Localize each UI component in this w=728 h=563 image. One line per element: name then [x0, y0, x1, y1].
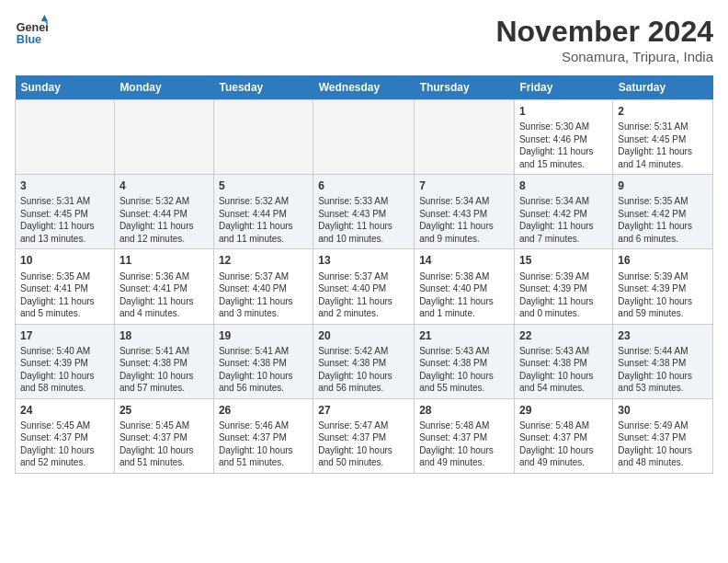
calendar-cell: 12Sunrise: 5:37 AM Sunset: 4:40 PM Dayli…: [213, 249, 313, 324]
day-number: 3: [20, 178, 109, 193]
day-number: 22: [519, 328, 608, 343]
day-info: Sunrise: 5:34 AM Sunset: 4:42 PM Dayligh…: [519, 195, 608, 245]
day-info: Sunrise: 5:48 AM Sunset: 4:37 PM Dayligh…: [519, 419, 608, 469]
day-number: 12: [219, 253, 308, 268]
day-info: Sunrise: 5:31 AM Sunset: 4:45 PM Dayligh…: [618, 121, 708, 170]
day-number: 27: [318, 403, 409, 418]
column-header-tuesday: Tuesday: [213, 75, 313, 100]
day-number: 13: [318, 253, 409, 268]
day-number: 8: [519, 178, 608, 193]
calendar-cell: 25Sunrise: 5:45 AM Sunset: 4:37 PM Dayli…: [114, 398, 213, 473]
logo: General Blue: [15, 15, 48, 48]
day-number: 17: [20, 328, 109, 343]
calendar-cell: [313, 100, 415, 175]
calendar-cell: [415, 100, 515, 175]
calendar-cell: [114, 100, 213, 175]
day-number: 23: [618, 328, 708, 343]
calendar-cell: 22Sunrise: 5:43 AM Sunset: 4:38 PM Dayli…: [514, 324, 612, 398]
calendar-cell: 8Sunrise: 5:34 AM Sunset: 4:42 PM Daylig…: [514, 175, 612, 249]
day-number: 11: [119, 253, 209, 268]
day-number: 7: [419, 178, 509, 193]
day-info: Sunrise: 5:34 AM Sunset: 4:43 PM Dayligh…: [419, 195, 509, 245]
logo-icon: General Blue: [15, 15, 48, 48]
calendar-cell: 19Sunrise: 5:41 AM Sunset: 4:38 PM Dayli…: [213, 324, 313, 398]
calendar-header-row: SundayMondayTuesdayWednesdayThursdayFrid…: [16, 75, 713, 100]
calendar-cell: 28Sunrise: 5:48 AM Sunset: 4:37 PM Dayli…: [415, 398, 515, 473]
column-header-saturday: Saturday: [613, 75, 713, 100]
day-info: Sunrise: 5:32 AM Sunset: 4:44 PM Dayligh…: [219, 195, 308, 245]
day-number: 21: [419, 328, 509, 343]
calendar-cell: [16, 100, 115, 175]
calendar-table: SundayMondayTuesdayWednesdayThursdayFrid…: [15, 75, 713, 474]
day-info: Sunrise: 5:42 AM Sunset: 4:38 PM Dayligh…: [318, 345, 409, 395]
day-number: 10: [20, 253, 109, 268]
day-info: Sunrise: 5:43 AM Sunset: 4:38 PM Dayligh…: [419, 345, 509, 395]
day-number: 28: [419, 403, 509, 418]
day-number: 15: [519, 253, 608, 268]
day-info: Sunrise: 5:39 AM Sunset: 4:39 PM Dayligh…: [519, 270, 608, 320]
day-info: Sunrise: 5:39 AM Sunset: 4:39 PM Dayligh…: [618, 270, 708, 320]
title-block: November 2024 Sonamura, Tripura, India: [495, 15, 713, 64]
day-info: Sunrise: 5:38 AM Sunset: 4:40 PM Dayligh…: [419, 270, 509, 320]
calendar-cell: 15Sunrise: 5:39 AM Sunset: 4:39 PM Dayli…: [514, 249, 612, 324]
calendar-cell: 5Sunrise: 5:32 AM Sunset: 4:44 PM Daylig…: [213, 175, 313, 249]
day-info: Sunrise: 5:30 AM Sunset: 4:46 PM Dayligh…: [519, 121, 608, 170]
column-header-sunday: Sunday: [16, 75, 115, 100]
day-info: Sunrise: 5:37 AM Sunset: 4:40 PM Dayligh…: [219, 270, 308, 320]
calendar-cell: 27Sunrise: 5:47 AM Sunset: 4:37 PM Dayli…: [313, 398, 415, 473]
calendar-cell: 3Sunrise: 5:31 AM Sunset: 4:45 PM Daylig…: [16, 175, 115, 249]
calendar-cell: 14Sunrise: 5:38 AM Sunset: 4:40 PM Dayli…: [415, 249, 515, 324]
day-number: 5: [219, 178, 308, 193]
day-info: Sunrise: 5:44 AM Sunset: 4:38 PM Dayligh…: [618, 345, 708, 395]
calendar-cell: 23Sunrise: 5:44 AM Sunset: 4:38 PM Dayli…: [613, 324, 713, 398]
day-info: Sunrise: 5:32 AM Sunset: 4:44 PM Dayligh…: [119, 195, 209, 245]
day-number: 14: [419, 253, 509, 268]
day-info: Sunrise: 5:43 AM Sunset: 4:38 PM Dayligh…: [519, 345, 608, 395]
day-number: 2: [618, 104, 708, 119]
day-number: 29: [519, 403, 608, 418]
calendar-cell: 26Sunrise: 5:46 AM Sunset: 4:37 PM Dayli…: [213, 398, 313, 473]
column-header-wednesday: Wednesday: [313, 75, 415, 100]
calendar-cell: [213, 100, 313, 175]
day-info: Sunrise: 5:31 AM Sunset: 4:45 PM Dayligh…: [20, 195, 109, 245]
day-info: Sunrise: 5:40 AM Sunset: 4:39 PM Dayligh…: [20, 345, 109, 395]
day-info: Sunrise: 5:45 AM Sunset: 4:37 PM Dayligh…: [119, 419, 209, 469]
calendar-cell: 18Sunrise: 5:41 AM Sunset: 4:38 PM Dayli…: [114, 324, 213, 398]
day-number: 20: [318, 328, 409, 343]
calendar-cell: 11Sunrise: 5:36 AM Sunset: 4:41 PM Dayli…: [114, 249, 213, 324]
svg-marker-2: [41, 15, 48, 21]
calendar-cell: 24Sunrise: 5:45 AM Sunset: 4:37 PM Dayli…: [16, 398, 115, 473]
day-info: Sunrise: 5:46 AM Sunset: 4:37 PM Dayligh…: [219, 419, 308, 469]
calendar-cell: 4Sunrise: 5:32 AM Sunset: 4:44 PM Daylig…: [114, 175, 213, 249]
location: Sonamura, Tripura, India: [495, 49, 713, 64]
day-info: Sunrise: 5:41 AM Sunset: 4:38 PM Dayligh…: [119, 345, 209, 395]
day-number: 24: [20, 403, 109, 418]
day-number: 30: [618, 403, 708, 418]
day-info: Sunrise: 5:35 AM Sunset: 4:42 PM Dayligh…: [618, 195, 708, 245]
calendar-week-row: 1Sunrise: 5:30 AM Sunset: 4:46 PM Daylig…: [16, 100, 713, 175]
calendar-cell: 6Sunrise: 5:33 AM Sunset: 4:43 PM Daylig…: [313, 175, 415, 249]
calendar-week-row: 10Sunrise: 5:35 AM Sunset: 4:41 PM Dayli…: [16, 249, 713, 324]
day-info: Sunrise: 5:48 AM Sunset: 4:37 PM Dayligh…: [419, 419, 509, 469]
column-header-monday: Monday: [114, 75, 213, 100]
calendar-week-row: 17Sunrise: 5:40 AM Sunset: 4:39 PM Dayli…: [16, 324, 713, 398]
day-number: 19: [219, 328, 308, 343]
day-number: 1: [519, 104, 608, 119]
calendar-cell: 10Sunrise: 5:35 AM Sunset: 4:41 PM Dayli…: [16, 249, 115, 324]
svg-text:Blue: Blue: [17, 33, 41, 46]
day-number: 6: [318, 178, 409, 193]
day-number: 4: [119, 178, 209, 193]
calendar-cell: 17Sunrise: 5:40 AM Sunset: 4:39 PM Dayli…: [16, 324, 115, 398]
month-title: November 2024: [495, 15, 713, 49]
calendar-cell: 7Sunrise: 5:34 AM Sunset: 4:43 PM Daylig…: [415, 175, 515, 249]
calendar-cell: 16Sunrise: 5:39 AM Sunset: 4:39 PM Dayli…: [613, 249, 713, 324]
calendar-cell: 9Sunrise: 5:35 AM Sunset: 4:42 PM Daylig…: [613, 175, 713, 249]
day-info: Sunrise: 5:41 AM Sunset: 4:38 PM Dayligh…: [219, 345, 308, 395]
calendar-cell: 2Sunrise: 5:31 AM Sunset: 4:45 PM Daylig…: [613, 100, 713, 175]
page-header: General Blue November 2024 Sonamura, Tri…: [15, 15, 713, 64]
day-number: 9: [618, 178, 708, 193]
day-info: Sunrise: 5:35 AM Sunset: 4:41 PM Dayligh…: [20, 270, 109, 320]
column-header-thursday: Thursday: [415, 75, 515, 100]
calendar-week-row: 24Sunrise: 5:45 AM Sunset: 4:37 PM Dayli…: [16, 398, 713, 473]
day-info: Sunrise: 5:45 AM Sunset: 4:37 PM Dayligh…: [20, 419, 109, 469]
